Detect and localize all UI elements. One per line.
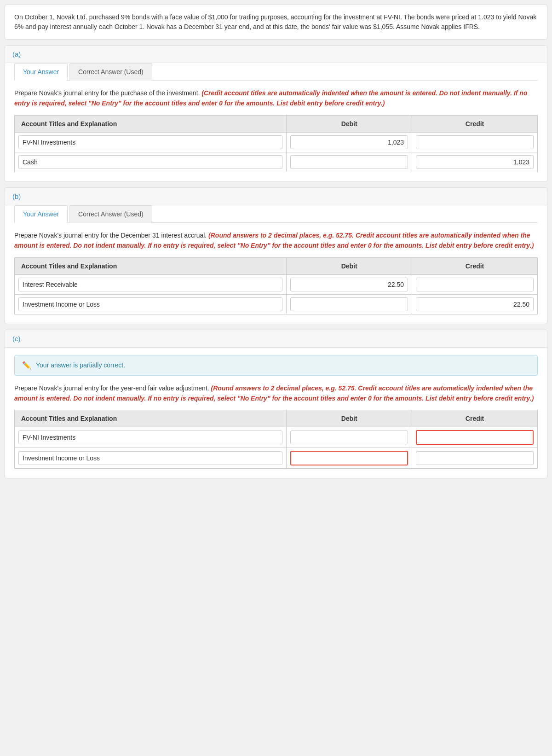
account-input[interactable] [18, 430, 282, 444]
problem-text: On October 1, Novak Ltd. purchased 9% bo… [14, 13, 536, 30]
debit-input[interactable] [290, 155, 408, 169]
credit-cell [412, 274, 538, 294]
account-cell [15, 132, 287, 152]
account-cell [15, 294, 287, 314]
section-b-table: Account Titles and Explanation Debit Cre… [14, 257, 538, 314]
table-row [15, 427, 538, 448]
tab-a-correct-answer[interactable]: Correct Answer (Used) [69, 63, 152, 81]
credit-input[interactable] [416, 278, 534, 291]
credit-input[interactable] [416, 135, 534, 149]
debit-cell [287, 294, 412, 314]
account-input[interactable] [18, 135, 282, 149]
col-header-debit-a: Debit [287, 115, 412, 132]
account-cell [15, 427, 287, 448]
debit-cell [287, 132, 412, 152]
section-c-table: Account Titles and Explanation Debit Cre… [14, 410, 538, 469]
section-b-instruction: Prepare Novak's journal entry for the De… [14, 230, 538, 251]
problem-statement: On October 1, Novak Ltd. purchased 9% bo… [5, 5, 547, 40]
credit-input[interactable] [416, 297, 534, 311]
section-a-tabs: Your Answer Correct Answer (Used) [14, 63, 538, 81]
credit-input[interactable] [416, 451, 534, 465]
debit-cell [287, 427, 412, 448]
debit-input[interactable] [290, 278, 408, 291]
col-header-credit-a: Credit [412, 115, 538, 132]
section-b-header: (b) [5, 188, 547, 205]
col-header-credit-b: Credit [412, 257, 538, 274]
section-b-tabs: Your Answer Correct Answer (Used) [14, 205, 538, 223]
section-a-header: (a) [5, 46, 547, 63]
account-input[interactable] [18, 278, 282, 291]
debit-input[interactable] [290, 297, 408, 311]
debit-cell [287, 274, 412, 294]
credit-cell [412, 427, 538, 448]
table-row [15, 132, 538, 152]
credit-cell [412, 132, 538, 152]
debit-input[interactable] [290, 451, 408, 465]
section-a-card: (a) Your Answer Correct Answer (Used) Pr… [5, 45, 547, 182]
account-cell [15, 274, 287, 294]
section-a-instruction: Prepare Novak's journal entry for the pu… [14, 88, 538, 109]
account-input[interactable] [18, 297, 282, 311]
credit-cell [412, 152, 538, 172]
account-cell [15, 152, 287, 172]
debit-input[interactable] [290, 430, 408, 444]
section-a-table: Account Titles and Explanation Debit Cre… [14, 115, 538, 172]
col-header-debit-c: Debit [287, 410, 412, 427]
credit-input[interactable] [416, 430, 534, 445]
credit-input[interactable] [416, 155, 534, 169]
debit-cell [287, 448, 412, 469]
debit-input[interactable] [290, 135, 408, 149]
section-c-header: (c) [5, 330, 547, 348]
section-c-card: (c) ✏️ Your answer is partially correct.… [5, 330, 547, 479]
account-input[interactable] [18, 451, 282, 465]
section-c-instruction: Prepare Novak's journal entry for the ye… [14, 383, 538, 404]
partial-correct-banner: ✏️ Your answer is partially correct. [14, 355, 538, 376]
table-row [15, 448, 538, 469]
credit-cell [412, 294, 538, 314]
partial-correct-text: Your answer is partially correct. [36, 361, 125, 369]
section-b-card: (b) Your Answer Correct Answer (Used) Pr… [5, 187, 547, 324]
section-c-body: ✏️ Your answer is partially correct. Pre… [5, 355, 547, 478]
tab-a-your-answer[interactable]: Your Answer [14, 63, 68, 81]
col-header-debit-b: Debit [287, 257, 412, 274]
debit-cell [287, 152, 412, 172]
section-a-body: Your Answer Correct Answer (Used) Prepar… [5, 63, 547, 181]
col-header-account-a: Account Titles and Explanation [15, 115, 287, 132]
col-header-account-b: Account Titles and Explanation [15, 257, 287, 274]
section-b-body: Your Answer Correct Answer (Used) Prepar… [5, 205, 547, 324]
tab-b-your-answer[interactable]: Your Answer [14, 205, 68, 223]
table-row [15, 152, 538, 172]
account-input[interactable] [18, 155, 282, 169]
col-header-credit-c: Credit [412, 410, 538, 427]
col-header-account-c: Account Titles and Explanation [15, 410, 287, 427]
credit-cell [412, 448, 538, 469]
pencil-icon: ✏️ [22, 361, 31, 370]
tab-b-correct-answer[interactable]: Correct Answer (Used) [69, 205, 152, 223]
table-row [15, 274, 538, 294]
table-row [15, 294, 538, 314]
account-cell [15, 448, 287, 469]
